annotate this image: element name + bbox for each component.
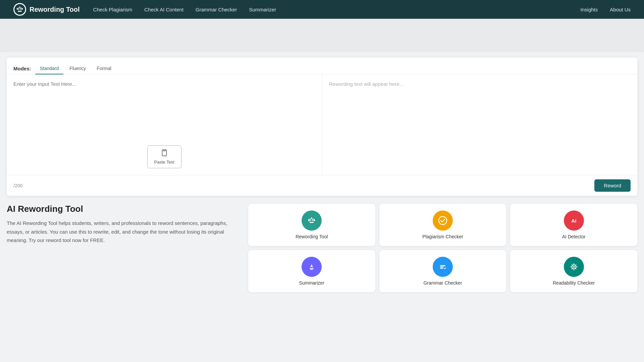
description-title: AI Rewording Tool	[7, 204, 241, 214]
text-input[interactable]	[7, 74, 322, 139]
paste-text-button[interactable]: Paste Text	[147, 145, 181, 168]
grammar-checker-icon	[433, 257, 453, 277]
tool-item-grammar[interactable]: Grammar Checker	[379, 250, 506, 292]
description-block: AI Rewording Tool The AI Rewording Tool …	[7, 204, 241, 245]
tool-item-readability[interactable]: Readability Checker	[510, 250, 637, 292]
readability-icon	[564, 257, 584, 277]
svg-rect-8	[22, 8, 23, 10]
tools-grid: Rewording Tool Plagiarism Checker Ai AI …	[248, 204, 637, 292]
output-placeholder: Rewording text will appear here...	[322, 74, 638, 94]
svg-rect-9	[163, 150, 165, 151]
summarizer-icon	[302, 257, 322, 277]
paste-text-label: Paste Text	[154, 160, 174, 165]
tool-label-grammar: Grammar Checker	[423, 280, 462, 286]
tool-item-summarizer[interactable]: Summarizer	[248, 250, 375, 292]
tool-label-rewording: Rewording Tool	[296, 234, 328, 239]
svg-rect-14	[310, 222, 314, 223]
nav-grammar-checker[interactable]: Grammar Checker	[196, 7, 237, 12]
description-body: The AI Rewording Tool helps students, wr…	[7, 219, 241, 245]
header: Rewording Tool Check Plagiarism Check AI…	[0, 0, 644, 19]
logo[interactable]: Rewording Tool	[13, 3, 80, 16]
svg-rect-25	[440, 268, 443, 269]
svg-point-26	[443, 266, 446, 270]
nav-check-plagiarism[interactable]: Check Plagiarism	[93, 7, 132, 12]
nav-check-ai-content[interactable]: Check AI Content	[144, 7, 183, 12]
logo-text: Rewording Tool	[30, 6, 80, 13]
mode-fluency[interactable]: Fluency	[65, 63, 91, 74]
input-area: Paste Text	[7, 74, 322, 175]
tool-item-plagiarism[interactable]: Plagiarism Checker	[379, 204, 506, 246]
tool-label-readability: Readability Checker	[553, 280, 595, 286]
svg-point-12	[310, 219, 311, 221]
bottom-bar: /200 Reword	[7, 175, 637, 196]
svg-point-28	[573, 266, 575, 268]
nav-summarizer[interactable]: Summarizer	[249, 7, 276, 12]
svg-rect-17	[314, 219, 315, 221]
mode-formal[interactable]: Formal	[92, 63, 116, 74]
svg-line-34	[575, 268, 576, 269]
plagiarism-icon	[433, 210, 453, 231]
modes-label: Modes:	[13, 66, 31, 71]
modes-bar: Modes: Standard Fluency Formal	[7, 58, 637, 74]
text-areas: Paste Text Rewording text will appear he…	[7, 74, 637, 175]
tool-item-ai-detector[interactable]: Ai AI Detector	[510, 204, 637, 246]
logo-icon	[13, 3, 26, 16]
svg-rect-5	[18, 11, 22, 12]
svg-line-35	[575, 265, 576, 265]
nav-about-us[interactable]: About Us	[610, 7, 631, 12]
banner-area	[0, 19, 644, 52]
tool-item-rewording[interactable]: Rewording Tool	[248, 204, 375, 246]
rewording-tool-icon	[302, 210, 322, 231]
content-section: AI Rewording Tool The AI Rewording Tool …	[7, 204, 637, 292]
svg-rect-15	[311, 218, 312, 219]
svg-rect-21	[310, 269, 313, 270]
tool-label-plagiarism: Plagiarism Checker	[422, 234, 463, 239]
tool-label-ai-detector: AI Detector	[562, 234, 586, 239]
char-count: /200	[13, 183, 22, 188]
svg-point-13	[313, 219, 314, 221]
svg-line-33	[572, 265, 572, 265]
tool-label-summarizer: Summarizer	[299, 280, 324, 286]
svg-rect-7	[17, 8, 17, 10]
svg-text:Ai: Ai	[571, 218, 576, 224]
svg-rect-23	[440, 265, 445, 266]
svg-rect-16	[308, 219, 309, 221]
svg-point-3	[18, 8, 19, 9]
mode-standard[interactable]: Standard	[35, 63, 64, 74]
paste-btn-container: Paste Text	[7, 139, 322, 175]
right-nav: Insights About Us	[581, 7, 631, 12]
svg-rect-6	[19, 7, 20, 8]
svg-rect-20	[310, 268, 314, 269]
clipboard-icon	[161, 149, 168, 158]
nav-insights[interactable]: Insights	[581, 7, 598, 12]
svg-point-4	[21, 8, 22, 9]
main-nav: Check Plagiarism Check AI Content Gramma…	[93, 7, 581, 12]
svg-point-0	[14, 4, 25, 15]
ai-detector-icon: Ai	[564, 210, 584, 231]
svg-line-36	[572, 268, 572, 269]
svg-point-18	[439, 217, 447, 225]
reword-button[interactable]: Reword	[594, 179, 631, 192]
rewording-tool-card: Modes: Standard Fluency Formal Paste Tex…	[7, 58, 637, 196]
output-area: Rewording text will appear here...	[322, 74, 638, 175]
